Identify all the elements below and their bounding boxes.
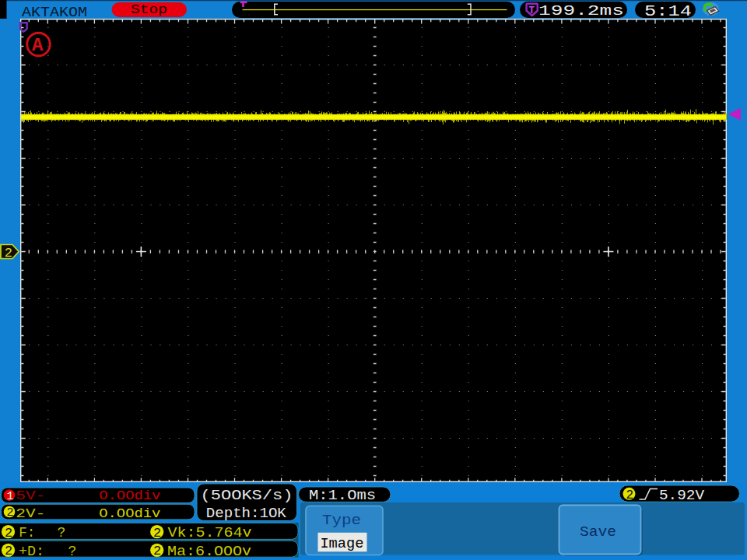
svg-text:M:1.Oms: M:1.Oms — [309, 488, 376, 504]
svg-text:O.OOdiv: O.OOdiv — [99, 506, 160, 521]
svg-text:A: A — [32, 35, 44, 56]
svg-text:?: ? — [68, 544, 77, 559]
svg-text:?: ? — [58, 525, 66, 541]
svg-text:Vk:5.764v: Vk:5.764v — [168, 525, 252, 541]
svg-text:2: 2 — [626, 488, 633, 502]
svg-text:2: 2 — [7, 506, 14, 520]
svg-text:Depth:1OK: Depth:1OK — [206, 506, 287, 522]
svg-text:2: 2 — [5, 246, 12, 261]
svg-text:F:: F: — [19, 525, 35, 541]
svg-text:199.2ms: 199.2ms — [538, 2, 624, 19]
svg-text:O.OOdiv: O.OOdiv — [99, 488, 160, 503]
svg-text:5V-: 5V- — [16, 488, 45, 503]
svg-text:2V-: 2V- — [16, 506, 45, 521]
svg-text:Type: Type — [322, 512, 361, 529]
svg-text:5:14: 5:14 — [644, 2, 692, 20]
svg-text:1: 1 — [7, 490, 14, 503]
svg-text:AKTAKOM: AKTAKOM — [22, 5, 87, 20]
svg-text:2: 2 — [153, 544, 161, 558]
svg-text:2: 2 — [153, 526, 161, 541]
svg-text:Image: Image — [320, 535, 363, 552]
svg-text:+D:: +D: — [19, 544, 44, 559]
svg-text:T: T — [529, 5, 535, 16]
svg-text:2: 2 — [5, 526, 12, 541]
svg-text:Save: Save — [580, 524, 616, 541]
svg-text:Stop: Stop — [131, 2, 167, 17]
svg-text:2: 2 — [5, 544, 12, 558]
svg-text:5.92V: 5.92V — [659, 487, 705, 504]
svg-text:Ma:6.OOOv: Ma:6.OOOv — [167, 544, 251, 559]
svg-text:(5OOKS/s): (5OOKS/s) — [201, 488, 293, 504]
